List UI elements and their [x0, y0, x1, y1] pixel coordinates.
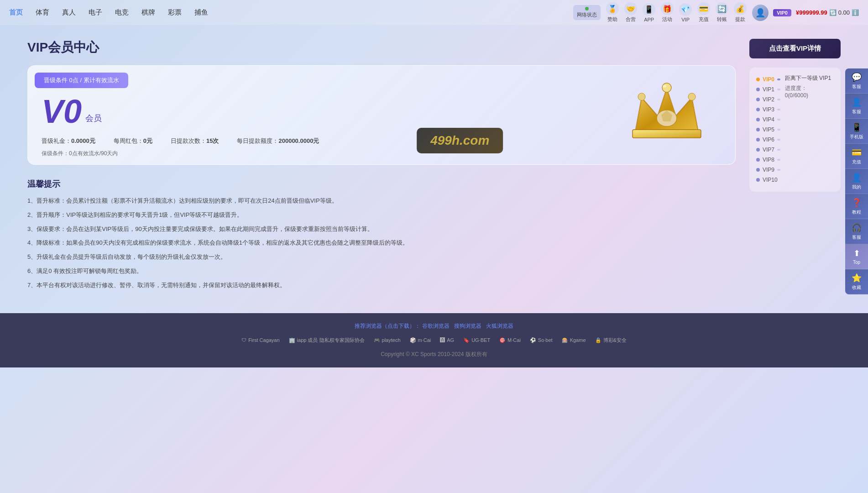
footer-logo-mcai: 🎲 m·Cai: [410, 337, 431, 343]
help-icon: ❓: [852, 198, 862, 208]
float-recharge-icon: 💳: [852, 147, 862, 157]
vip-level-2-label: VIP2: [763, 96, 774, 103]
footer-browsers-text: 推荐浏览器（点击下载）：: [355, 323, 420, 329]
vip-crown-decoration: [626, 65, 708, 152]
app-icon: 📱: [643, 3, 655, 16]
vip-level-8[interactable]: VIP8: [756, 155, 780, 165]
nav-sports[interactable]: 体育: [36, 8, 49, 17]
footer-logos: 🛡 First Cagayan 🏢 iapp 成员 隐私权专家国际协会 🎮 pl…: [27, 337, 841, 344]
float-customer-service[interactable]: 💬 客服: [845, 68, 868, 94]
nav-electronic[interactable]: 电子: [89, 8, 102, 17]
nav-links: 首页 体育 真人 电子 电竞 棋牌 彩票 捕鱼: [9, 8, 570, 17]
main-content: VIP会员中心 晋级条件 0点 / 累计有效流水: [0, 25, 868, 295]
mcai2-icon: 🎯: [499, 337, 506, 343]
vip-level-1-label: VIP1: [763, 86, 774, 93]
nav-withdraw[interactable]: 💰 提款: [734, 2, 747, 23]
info-icon[interactable]: ℹ️: [852, 9, 859, 16]
vip-level-3[interactable]: VIP3: [756, 105, 780, 115]
float-favorites[interactable]: ⭐ 收藏: [845, 269, 868, 294]
ag-icon: 🅰: [440, 337, 445, 343]
floating-right-menu: 💬 客服 👤 客服 📱 手机版 💳 充值 👤 我的 ❓ 教程 🎧 客服 ⬆ To…: [845, 68, 868, 294]
stat-daily-limit: 每日提款额度：200000.0000元: [237, 137, 319, 145]
vip-level-0-label: VIP0: [763, 76, 774, 83]
footer-logo-ugbet: 🔖 UG·BET: [463, 337, 490, 343]
nav-recharge[interactable]: 💳 充值: [697, 2, 710, 23]
watermark: 499h.com: [417, 128, 503, 153]
vip-member-label: 会员: [85, 113, 102, 124]
mobile-icon: 📱: [852, 122, 862, 132]
nav-app[interactable]: 📱 APP: [643, 3, 655, 22]
vip-level-6-bar: [777, 139, 780, 141]
float-customer-service-2[interactable]: 👤 客服: [845, 94, 868, 119]
nav-esports[interactable]: 电竞: [115, 8, 129, 17]
footer-logo-1: 🛡 First Cagayan: [241, 337, 279, 343]
notice-item-5: 5、升级礼金在会员提升等级后自动发放，每个级别的升级礼金仅发放一次。: [27, 252, 736, 262]
vip-level-7-bar: [777, 149, 780, 151]
vip-detail-button[interactable]: 点击查看VIP详情: [749, 39, 841, 58]
vip-level-1[interactable]: VIP1: [756, 84, 780, 94]
nav-lottery[interactable]: 彩票: [168, 8, 182, 17]
footer-chrome-link[interactable]: 谷歌浏览器: [422, 323, 450, 329]
mcai-icon: 🎲: [410, 337, 416, 343]
balance-amount: ¥999999.99: [796, 9, 827, 16]
vip-level-0[interactable]: VIP0: [756, 74, 780, 84]
footer-sougou-link[interactable]: 搜狗浏览器: [454, 323, 481, 329]
svg-rect-2: [633, 130, 701, 138]
vip-level-5[interactable]: VIP5: [756, 125, 780, 135]
vip-level-6[interactable]: VIP6: [756, 135, 780, 145]
vip-level-4[interactable]: VIP4: [756, 115, 780, 125]
transfer-label: 转账: [717, 16, 727, 23]
vip-level-1-dot: [756, 88, 760, 91]
nav-sponsor[interactable]: 🏅 赞助: [606, 2, 619, 23]
notice-item-6: 6、满足0 有效投注即可解锁每周红包奖励。: [27, 267, 736, 276]
float-help[interactable]: ❓ 教程: [845, 194, 868, 219]
customer-service-2-icon: 👤: [852, 97, 862, 107]
float-favorites-label: 收藏: [852, 284, 861, 291]
right-section: 点击查看VIP详情 VIP0 VIP1: [749, 39, 841, 295]
vip-level-2-dot: [756, 98, 760, 101]
stat-daily-withdrawals: 日提款次数：15次: [171, 137, 219, 145]
user-avatar[interactable]: 👤: [752, 5, 769, 21]
favorites-icon: ⭐: [852, 273, 862, 283]
footer-logo-security: 🔒 博彩&安全: [595, 337, 627, 344]
vip-level-7[interactable]: VIP7: [756, 145, 780, 155]
float-top[interactable]: ⬆ Top: [845, 244, 868, 269]
nav-live[interactable]: 真人: [62, 8, 76, 17]
float-mine[interactable]: 👤 我的: [845, 169, 868, 194]
withdraw-icon: 💰: [734, 2, 747, 15]
footer-firefox-link[interactable]: 火狐浏览器: [486, 323, 513, 329]
vip-level-3-label: VIP3: [763, 106, 774, 113]
vip-level-2[interactable]: VIP2: [756, 94, 780, 105]
nav-affiliate[interactable]: 🤝 合营: [624, 2, 637, 23]
vip-progress-panel: VIP0 VIP1 VIP2 VIP3: [749, 68, 841, 192]
next-level-info: 距离下一等级 VIP1 进度度：0(0/6000): [785, 74, 834, 105]
nav-fishing[interactable]: 捕鱼: [194, 8, 208, 17]
transfer-icon: 🔄: [716, 2, 728, 15]
network-status[interactable]: 网络状态: [573, 5, 601, 20]
float-headset[interactable]: 🎧 客服: [845, 219, 868, 244]
nav-transfer[interactable]: 🔄 转账: [716, 2, 728, 23]
nav-vip[interactable]: 💎 VIP: [679, 3, 692, 22]
vip-level-9[interactable]: VIP9: [756, 165, 780, 175]
vip-level-5-dot: [756, 128, 760, 131]
float-mobile[interactable]: 📱 手机版: [845, 119, 868, 144]
notice-item-3: 3、保级要求：会员在达到某VIP等级后，90天内投注量要完成保级要求。如果在此期…: [27, 225, 736, 234]
vip-level-8-label: VIP8: [763, 157, 774, 163]
recharge-icon: 💳: [697, 2, 710, 15]
nav-home[interactable]: 首页: [9, 8, 23, 17]
float-recharge[interactable]: 💳 充值: [845, 144, 868, 169]
vip-level-10[interactable]: VIP10: [756, 175, 780, 185]
refresh-icon[interactable]: 🔃: [829, 9, 837, 16]
notice-item-2: 2、晋升顺序：VIP等级达到相应的要求可每天晋升1级，但VIP等级不可越级晋升。: [27, 210, 736, 220]
vip-level-9-bar: [777, 169, 780, 171]
nav-activity[interactable]: 🎁 活动: [661, 2, 674, 23]
vip-level-display: V0: [42, 95, 82, 128]
float-cs2-label: 客服: [852, 109, 861, 115]
left-section: VIP会员中心 晋级条件 0点 / 累计有效流水: [27, 39, 736, 295]
vip-level-7-label: VIP7: [763, 147, 774, 153]
notice-item-1: 1、晋升标准：会员累计投注额（彩票不计算升活额流水）达到相应级别的要求，即可在次…: [27, 196, 736, 206]
top-navigation: 首页 体育 真人 电子 电竞 棋牌 彩票 捕鱼 网络状态 🏅 赞助 🤝 合营 📱…: [0, 0, 868, 25]
float-headset-label: 客服: [852, 234, 861, 241]
nav-chess[interactable]: 棋牌: [141, 8, 155, 17]
vip-level-10-label: VIP10: [763, 177, 778, 183]
